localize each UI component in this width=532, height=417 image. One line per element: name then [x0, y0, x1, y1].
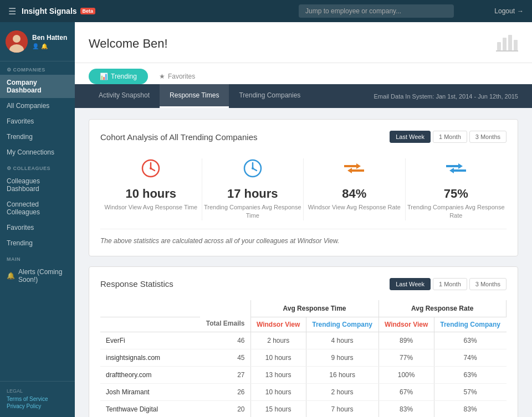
stat-trending-rate-value: 75%: [406, 187, 507, 201]
content-header: Welcome Ben!: [75, 22, 532, 63]
tc-time: 7 hours: [306, 400, 378, 417]
privacy-link[interactable]: Privacy Policy: [7, 403, 68, 409]
stat-windsor-rate-value: 84%: [304, 187, 405, 201]
cohort-card-header: Cohort Analysis of All Trending Companie…: [100, 131, 507, 143]
clock-blue-icon: [202, 158, 304, 182]
response-stats-title: Response Statistics: [100, 279, 173, 289]
wv-rate: 67%: [378, 383, 434, 400]
table-row: insightsignals.com 45 10 hours 9 hours 7…: [100, 349, 507, 366]
favorites-tab-icon: ★: [159, 73, 165, 80]
stat-trending-response-time: 17 hours Trending Companies Avg Response…: [202, 158, 304, 220]
response-time-filters: Last Week 1 Month 3 Months: [390, 278, 507, 290]
search-input[interactable]: [299, 4, 454, 18]
col-avg-response-time: Avg Response Time: [250, 300, 378, 317]
rs-filter-3months[interactable]: 3 Months: [469, 278, 507, 290]
wv-time: 10 hours: [250, 349, 306, 366]
tc-time: 4 hours: [306, 332, 378, 349]
sidebar-item-trending[interactable]: Trending: [0, 129, 75, 145]
nav-tab-activity-snapshot[interactable]: Activity Snapshot: [89, 84, 160, 108]
arrows-blue-icon: [406, 158, 507, 182]
nav-tab-response-times[interactable]: Response Times: [160, 84, 229, 108]
hamburger-icon[interactable]: ☰: [8, 6, 16, 17]
arrows-orange-icon: [304, 158, 405, 182]
trending-tab-icon: 📊: [100, 73, 108, 80]
sidebar-item-alerts[interactable]: 🔔 Alerts (Coming Soon!): [0, 264, 75, 287]
topbar: ☰ Insight Signals Beta Logout →: [0, 0, 532, 22]
nav-tab-trending-companies[interactable]: Trending Companies: [229, 84, 310, 108]
stat-trending-time-value: 17 hours: [202, 187, 304, 201]
col-wv-time: Windsor View: [250, 317, 306, 332]
wv-time: 15 hours: [250, 400, 306, 417]
col-tc-rate: Trending Company: [434, 317, 506, 332]
response-stats-card: Response Statistics Last Week 1 Month 3 …: [89, 266, 518, 417]
user-profile-icon: 👤: [32, 43, 39, 49]
company-name: EverFi: [100, 332, 200, 349]
total-emails: 20: [200, 400, 250, 417]
tc-rate: 63%: [434, 366, 506, 383]
stats-row: 10 hours Windsor View Avg Response Time: [100, 153, 507, 229]
svg-marker-17: [347, 168, 364, 173]
stat-windsor-time-label: Windsor View Avg Response Time: [100, 203, 202, 212]
stat-windsor-response-rate: 84% Windsor View Avg Response Rate: [304, 158, 405, 220]
section-label-colleagues: ⚙ Colleagues: [0, 160, 75, 173]
cohort-filter-lastweek[interactable]: Last Week: [390, 131, 431, 143]
total-emails: 46: [200, 332, 250, 349]
sidebar-item-col-favorites[interactable]: Favorites: [0, 220, 75, 235]
logout-button[interactable]: Logout →: [494, 7, 524, 15]
svg-marker-16: [344, 163, 361, 169]
user-settings-icon: 🔔: [41, 43, 48, 49]
wv-time: 10 hours: [250, 383, 306, 400]
beta-badge: Beta: [80, 8, 96, 14]
sidebar-item-company-dashboard[interactable]: Company Dashboard: [0, 75, 75, 98]
stat-trending-rate-label: Trending Companies Avg Response Rate: [406, 203, 507, 220]
sidebar-item-my-connections[interactable]: My Connections: [0, 145, 75, 160]
favorites-tab-label: Favorites: [168, 73, 195, 80]
stat-windsor-rate-label: Windsor View Avg Response Rate: [304, 203, 405, 212]
total-emails: 27: [200, 366, 250, 383]
logo-text: Insight Signals: [22, 7, 77, 16]
main-layout: Ben Hatten 👤 🔔 ⚙ Companies Company Dashb…: [0, 22, 532, 417]
response-stats-header: Response Statistics Last Week 1 Month 3 …: [100, 278, 507, 290]
wv-time: 13 hours: [250, 366, 306, 383]
logout-icon: →: [517, 7, 524, 15]
tc-time: 9 hours: [306, 349, 378, 366]
sidebar-item-colleagues-dashboard[interactable]: Colleagues Dashboard: [0, 173, 75, 197]
svg-rect-7: [496, 50, 518, 52]
sidebar-legal: Legal Terms of Service Privacy Policy: [0, 381, 75, 417]
section-label-main: Main: [0, 251, 75, 264]
total-emails: 26: [200, 383, 250, 400]
cohort-note: The above statistics are calculated acro…: [100, 237, 507, 245]
mode-tab-trending[interactable]: 📊 Trending: [89, 69, 148, 84]
rs-filter-1month[interactable]: 1 Month: [433, 278, 467, 290]
terms-link[interactable]: Terms of Service: [7, 396, 68, 402]
svg-rect-5: [508, 35, 512, 50]
stat-trending-response-rate: 75% Trending Companies Avg Response Rate: [406, 158, 507, 220]
cohort-filter-1month[interactable]: 1 Month: [433, 131, 467, 143]
total-emails: 45: [200, 349, 250, 366]
app-logo: Insight Signals Beta: [22, 7, 258, 16]
mode-tab-favorites[interactable]: ★ Favorites: [148, 69, 206, 84]
col-tc-time: Trending Company: [306, 317, 378, 332]
company-name: drafttheory.com: [100, 366, 200, 383]
sidebar-user: Ben Hatten 👤 🔔: [0, 22, 75, 61]
rs-filter-lastweek[interactable]: Last Week: [390, 278, 431, 290]
wv-rate: 83%: [378, 400, 434, 417]
inner-content: Cohort Analysis of All Trending Companie…: [75, 108, 532, 417]
cohort-filter-3months[interactable]: 3 Months: [469, 131, 507, 143]
col-avg-response-rate: Avg Response Rate: [378, 300, 507, 317]
company-name: Josh Miramant: [100, 383, 200, 400]
sidebar-item-col-trending[interactable]: Trending: [0, 235, 75, 251]
nav-tabs-bar: Activity Snapshot Response Times Trendin…: [75, 84, 532, 108]
sidebar-item-all-companies[interactable]: All Companies: [0, 98, 75, 114]
wv-rate: 100%: [378, 366, 434, 383]
mode-tabs-section: 📊 Trending ★ Favorites: [75, 63, 532, 84]
sidebar-item-connected-colleagues[interactable]: Connected Colleagues: [0, 197, 75, 220]
svg-marker-18: [446, 163, 463, 169]
wv-rate: 89%: [378, 332, 434, 349]
wv-rate: 77%: [378, 349, 434, 366]
cohort-title: Cohort Analysis of All Trending Companie…: [100, 132, 257, 142]
col-wv-rate: Windsor View: [378, 317, 434, 332]
tc-rate: 63%: [434, 332, 506, 349]
tc-time: 16 hours: [306, 366, 378, 383]
sidebar-item-favorites[interactable]: Favorites: [0, 114, 75, 129]
